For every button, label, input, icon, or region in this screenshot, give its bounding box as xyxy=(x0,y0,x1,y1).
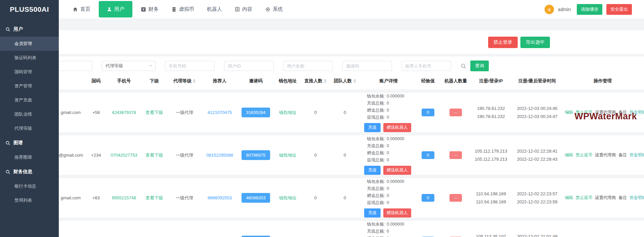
sidebar-item-asset-management[interactable]: 资产管理 xyxy=(0,79,59,93)
invite-code-badge[interactable]: 77003311 xyxy=(242,236,270,237)
robot-count-badge[interactable]: -- xyxy=(449,194,462,202)
content-icon xyxy=(235,7,240,12)
give-robot-button[interactable]: 赠送机器人 xyxy=(383,123,411,132)
sidebar-item-country-codes[interactable]: 国码管理 xyxy=(0,65,59,79)
wallet-address-link[interactable]: 钱包地址 xyxy=(279,195,297,200)
export-selected-button[interactable]: 导出选中 xyxy=(520,37,550,48)
svg-text:¥: ¥ xyxy=(142,8,144,11)
ban-withdraw-link[interactable]: 禁止提币 xyxy=(575,195,592,200)
referrer-link[interactable]: 9666092553 xyxy=(208,195,232,200)
sidebar-item-asset-recharge[interactable]: 资产充值 xyxy=(0,93,59,107)
sort-carets[interactable] xyxy=(324,79,327,83)
nav-content[interactable]: 内容 xyxy=(228,0,259,18)
user-id-filter-input[interactable] xyxy=(224,61,274,71)
user-email: @gmail.com xyxy=(59,153,85,158)
phone-link[interactable]: 07042027753 xyxy=(111,153,137,158)
view-subordinates-link[interactable]: 查看下级 xyxy=(145,195,163,200)
direct-count: 0 xyxy=(302,195,329,200)
sidebar-item-agent-levels[interactable]: 代理等级 xyxy=(0,121,59,135)
header-agent-level: 代理等级 xyxy=(168,78,201,84)
phone-link[interactable]: 4243679378 xyxy=(112,110,136,115)
wallet-balance: 0.000000 xyxy=(387,221,404,228)
sidebar-section-finance-info[interactable]: 财务信息 xyxy=(0,164,59,179)
wallet-address-link[interactable]: 钱包地址 xyxy=(279,110,297,115)
agent-level-select[interactable]: 代理等级 xyxy=(102,61,156,71)
withdraw-total: 0 xyxy=(387,114,389,121)
logout-button[interactable]: 安全退出 xyxy=(606,4,632,15)
remark-link[interactable]: 备注 xyxy=(618,195,627,200)
fund-details-link[interactable]: 资金明细 xyxy=(629,153,644,157)
invite-code-badge[interactable]: 46086303 xyxy=(242,193,270,203)
sidebar-section-graph[interactable]: 图谱 xyxy=(0,135,59,150)
fund-details-link[interactable]: 资金明细 xyxy=(629,195,644,200)
sort-carets[interactable] xyxy=(193,79,196,83)
withdraw-total: 0 xyxy=(387,199,389,206)
finance-icon: ¥ xyxy=(141,7,146,12)
give-robot-button[interactable]: 赠送机器人 xyxy=(383,208,411,218)
nav-crypto[interactable]: 虚拟币 xyxy=(165,0,201,18)
clear-cache-button[interactable]: 清除缓存 xyxy=(577,4,602,15)
user-icon xyxy=(107,7,112,12)
sidebar-item-team-performance[interactable]: 团队业绩 xyxy=(0,107,59,121)
robot-count-badge[interactable]: -- xyxy=(449,151,462,159)
register-login-time: 2022-12-02 22:23:57 2022-12-02 22:23:59 xyxy=(510,190,564,206)
phone-link[interactable]: 9955215748 xyxy=(112,195,136,200)
referrer-phone-filter-input[interactable] xyxy=(401,61,451,71)
edit-link[interactable]: 编辑 xyxy=(565,195,573,200)
exp-badge[interactable]: 0 xyxy=(422,151,434,159)
recharge-button[interactable]: 充值 xyxy=(364,208,381,218)
direct-count: 0 xyxy=(302,110,329,115)
ban-login-button[interactable]: 禁止登录 xyxy=(488,37,518,48)
set-agent-link[interactable]: 设置代理商 xyxy=(595,153,616,157)
user-name-filter-input[interactable] xyxy=(283,61,333,71)
sidebar-item-verification-codes[interactable]: 验证码列表 xyxy=(0,51,59,65)
nav-finance[interactable]: ¥ 财务 xyxy=(134,0,165,18)
header-wallet: 钱包地址 xyxy=(273,78,302,84)
search-icon[interactable] xyxy=(461,63,466,69)
set-agent-link[interactable]: 设置代理商 xyxy=(595,195,616,200)
sidebar-item-referral-graph[interactable]: 推荐图谱 xyxy=(0,150,59,164)
country-code: +58 xyxy=(85,110,107,115)
robot-count-badge[interactable]: -- xyxy=(449,109,462,116)
sort-carets[interactable] xyxy=(353,79,356,83)
invite-code-badge[interactable]: 31635284 xyxy=(242,108,270,117)
table-row: @gmail.com +234 07042027753 查看下级 一级代理 08… xyxy=(59,135,644,175)
referrer-link[interactable]: 08152295088 xyxy=(206,153,233,158)
recharge-button[interactable]: 充值 xyxy=(364,166,381,175)
nav-system[interactable]: 系统 xyxy=(259,0,289,18)
invite-code-badge[interactable]: 60786975 xyxy=(242,150,270,160)
give-robot-button[interactable]: 赠送机器人 xyxy=(383,166,411,175)
register-login-ip: 105.112.179.213 105.112.179.213 xyxy=(472,147,510,163)
ban-withdraw-link[interactable]: 禁止提币 xyxy=(575,153,592,157)
query-button[interactable]: 查询 xyxy=(470,61,489,71)
bonus-total: 0 xyxy=(387,192,389,199)
recharge-button[interactable]: 充值 xyxy=(364,123,381,132)
topbar: 首页 用户 ¥ 财务 虚拟币 机器人 内容 系统 a admin 清除缓存 xyxy=(59,0,644,18)
table-row: gmail.com +234 9072396044 查看下级 一级代理 0813… xyxy=(59,221,644,237)
search-field-extra[interactable] xyxy=(59,61,92,71)
nav-home[interactable]: 首页 xyxy=(66,0,97,18)
remark-link[interactable]: 备注 xyxy=(618,153,627,157)
phone-filter-input[interactable] xyxy=(165,61,215,71)
register-login-time: 2022-12-03 00:24:45 2022-12-03 00:24:47 xyxy=(510,105,564,121)
register-login-ip: 190.78.61.232 190.78.61.232 xyxy=(472,105,510,121)
exp-badge[interactable]: 0 xyxy=(422,109,434,116)
header-exp: 经验值 xyxy=(416,78,440,84)
nav-robots[interactable]: 机器人 xyxy=(201,0,228,18)
sidebar-item-bank-cards[interactable]: 银行卡信息 xyxy=(0,179,59,193)
sidebar-item-member-management[interactable]: 会员管理 xyxy=(0,37,59,51)
referrer-link[interactable]: 4121070475 xyxy=(208,110,232,115)
edit-link[interactable]: 编辑 xyxy=(565,110,573,115)
view-subordinates-link[interactable]: 查看下级 xyxy=(145,153,163,158)
nav-users[interactable]: 用户 xyxy=(99,1,132,17)
sidebar-section-users[interactable]: 用户 xyxy=(0,22,59,37)
invite-code-filter-input[interactable] xyxy=(342,61,392,71)
wallet-address-link[interactable]: 钱包地址 xyxy=(279,153,297,158)
avatar[interactable]: a xyxy=(545,5,554,14)
user-email: gmail.com xyxy=(59,110,85,115)
edit-link[interactable]: 编辑 xyxy=(565,153,573,157)
main-content: 禁止登录 导出选中 代理等级 查询 xyxy=(59,18,644,237)
exp-badge[interactable]: 0 xyxy=(422,194,434,202)
view-subordinates-link[interactable]: 查看下级 xyxy=(145,110,163,115)
sidebar-item-disabled-list[interactable]: 禁用列表 xyxy=(0,193,59,207)
